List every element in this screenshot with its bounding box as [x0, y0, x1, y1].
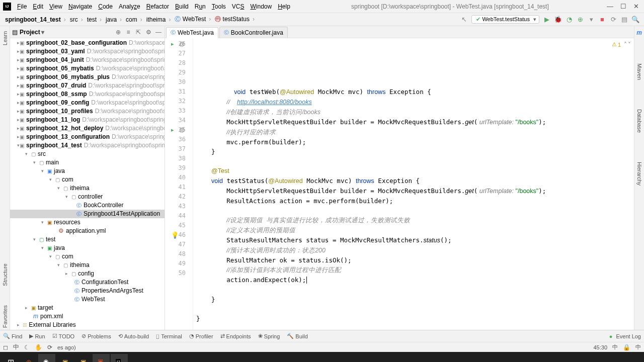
- tool-build[interactable]: 🔨 Build: [287, 333, 307, 339]
- status-ime2[interactable]: 中: [612, 343, 618, 351]
- hide-icon[interactable]: —: [154, 29, 163, 36]
- project-view-icon: ▤: [12, 29, 18, 36]
- tool-spring[interactable]: ❀ Spring: [258, 333, 280, 339]
- status-moon-icon[interactable]: ☾: [24, 344, 30, 351]
- crumb-method[interactable]: ⓜ testStatus: [213, 15, 257, 24]
- project-tree[interactable]: ▸▣springboot_02_base_configurationD:\wor…: [10, 38, 165, 330]
- annotation-gutter-icon: @: [179, 125, 185, 135]
- menu-navigate[interactable]: Navigate: [65, 0, 95, 13]
- tab-bookcontroller[interactable]: ⒸBookController.java: [219, 27, 288, 38]
- project-view-dropdown[interactable]: Project: [20, 29, 44, 36]
- attach-icon[interactable]: ▾: [587, 15, 596, 24]
- tool-todo[interactable]: ☑ TODO: [52, 333, 75, 339]
- start-button[interactable]: ⊞: [2, 354, 19, 362]
- status-bg-tasks-icon[interactable]: ⟳: [47, 344, 52, 351]
- run-configuration-dropdown[interactable]: ✔ WebTest.testStatus: [471, 15, 539, 24]
- maven-icon[interactable]: m: [636, 29, 642, 36]
- status-ime-icon[interactable]: 中: [13, 343, 19, 351]
- left-tab-learn[interactable]: Learn: [2, 29, 8, 47]
- right-tab-maven[interactable]: Maven: [636, 61, 642, 82]
- crumb-java[interactable]: java: [104, 16, 124, 23]
- menu-analyze[interactable]: Analyze: [116, 0, 143, 13]
- navigation-bar: springboot_14_test src test java com ith…: [0, 13, 644, 26]
- menu-view[interactable]: View: [46, 0, 65, 13]
- code-area[interactable]: ▸@ ▸@ 💡 void testWeb(@Autowired MockMvc …: [193, 38, 634, 330]
- menu-run[interactable]: Run: [192, 0, 209, 13]
- run-gutter-icon[interactable]: ▸: [171, 39, 174, 49]
- tool-run[interactable]: ▶ Run: [29, 333, 45, 339]
- menu-build[interactable]: Build: [172, 0, 192, 13]
- collapse-all-icon[interactable]: ⇱: [134, 29, 142, 36]
- intention-bulb-icon[interactable]: 💡: [171, 231, 178, 238]
- select-opened-icon[interactable]: ⊕: [114, 29, 122, 36]
- tool-autobuild[interactable]: ⟲ Auto-build: [118, 333, 149, 339]
- taskbar-chrome[interactable]: ◉: [38, 354, 55, 362]
- menu-window[interactable]: Window: [247, 0, 275, 13]
- inspection-warning-badge[interactable]: ⚠ 1: [612, 41, 621, 48]
- scroll-markers-nav[interactable]: ˄˅: [624, 41, 631, 48]
- status-message: es ago): [57, 344, 76, 350]
- menu-bar: IJ FFileile Edit View Navigate Code Anal…: [0, 0, 644, 13]
- project-header: ▤ Project ⊕ ≡ ⇱ ⚙ —: [10, 26, 165, 38]
- tool-terminal[interactable]: ⌷ Terminal: [156, 333, 182, 339]
- menu-file[interactable]: FFileile: [14, 0, 30, 13]
- stop-icon[interactable]: ■: [598, 15, 607, 24]
- left-tab-structure[interactable]: Structure: [2, 261, 8, 288]
- tab-webtest[interactable]: ⒸWebTest.java: [166, 27, 218, 38]
- taskbar-intellij[interactable]: IJ: [111, 354, 128, 362]
- taskbar-search-icon[interactable]: ◎: [20, 354, 37, 362]
- crumb-src[interactable]: src: [68, 16, 85, 23]
- intellij-logo-icon: IJ: [3, 3, 11, 11]
- tool-profiler[interactable]: ◔ Profiler: [189, 333, 213, 339]
- taskbar-explorer2[interactable]: ▣: [74, 354, 92, 362]
- status-bar: ◻ 中 ☾ ✋ ⟳ es ago) 45:30 中 🔒 中: [0, 342, 644, 352]
- update-icon[interactable]: ⟳: [609, 15, 618, 24]
- run-gutter-icon[interactable]: ▸: [171, 125, 174, 135]
- right-tab-hierarchy[interactable]: Hierarchy: [636, 160, 642, 188]
- taskbar-powerpoint[interactable]: ▣: [93, 354, 110, 362]
- profile-icon[interactable]: ⊕: [576, 15, 585, 24]
- windows-taskbar: ⊞ ◎ ◉ ▣ ▣ ▣ IJ: [0, 352, 644, 362]
- menu-tools[interactable]: Tools: [209, 0, 229, 13]
- menu-edit[interactable]: Edit: [30, 0, 46, 13]
- status-tool-windows-icon[interactable]: ◻: [3, 344, 8, 351]
- coverage-icon[interactable]: ◔: [565, 15, 574, 24]
- status-ime3[interactable]: 中: [635, 343, 641, 351]
- crumb-module[interactable]: springboot_14_test: [3, 16, 68, 23]
- code-editor[interactable]: 26 27 28 29 30 31 32 33 34 35 36 37 38 3…: [165, 38, 634, 330]
- main-area: Learn Structure Favorites ▤ Project ⊕ ≡ …: [0, 26, 644, 330]
- window-controls: — ☐ ✕: [607, 3, 644, 10]
- close-icon[interactable]: ✕: [633, 3, 639, 10]
- lock-icon[interactable]: 🔒: [623, 344, 630, 351]
- back-nav-icon[interactable]: ↖: [459, 15, 468, 24]
- debug-icon[interactable]: 🐞: [553, 15, 562, 24]
- menu-code[interactable]: Code: [95, 0, 116, 13]
- crumb-class[interactable]: Ⓒ WebTest: [173, 15, 213, 24]
- menu-vcs[interactable]: VCS: [229, 0, 248, 13]
- editor-pane: ⒸWebTest.java ⒸBookController.java 26 27…: [165, 26, 634, 330]
- crumb-com[interactable]: com: [124, 16, 144, 23]
- menu-help[interactable]: Help: [275, 0, 293, 13]
- caret-position[interactable]: 45:30: [593, 344, 607, 350]
- maximize-icon[interactable]: ☐: [620, 3, 626, 10]
- search-everywhere-icon[interactable]: 🔍: [631, 15, 640, 24]
- right-tab-database[interactable]: Database: [636, 107, 642, 135]
- expand-all-icon[interactable]: ≡: [124, 29, 132, 36]
- run-icon[interactable]: ▶: [542, 15, 551, 24]
- tool-find[interactable]: 🔍 Find: [3, 333, 22, 339]
- settings-icon[interactable]: ⚙: [144, 29, 152, 36]
- tool-endpoints[interactable]: ⇄ Endpoints: [220, 333, 251, 339]
- structure-icon[interactable]: ▤: [620, 15, 629, 24]
- project-tool-window: ▤ Project ⊕ ≡ ⇱ ⚙ — ▸▣springboot_02_base…: [10, 26, 165, 330]
- left-tab-favorites[interactable]: Favorites: [2, 303, 8, 330]
- crumb-itheima[interactable]: itheima: [144, 16, 173, 23]
- status-hand-icon[interactable]: ✋: [35, 344, 42, 351]
- window-title: springboot [D:\workspace\springboot] - W…: [293, 3, 607, 10]
- taskbar-explorer[interactable]: ▣: [56, 354, 73, 362]
- left-tool-stripe: Learn Structure Favorites: [0, 26, 10, 330]
- crumb-test[interactable]: test: [85, 16, 104, 23]
- menu-refactor[interactable]: Refactor: [143, 0, 172, 13]
- tool-problems[interactable]: ⊘ Problems: [82, 333, 111, 339]
- minimize-icon[interactable]: —: [607, 3, 613, 10]
- event-log[interactable]: Event Log: [609, 333, 641, 339]
